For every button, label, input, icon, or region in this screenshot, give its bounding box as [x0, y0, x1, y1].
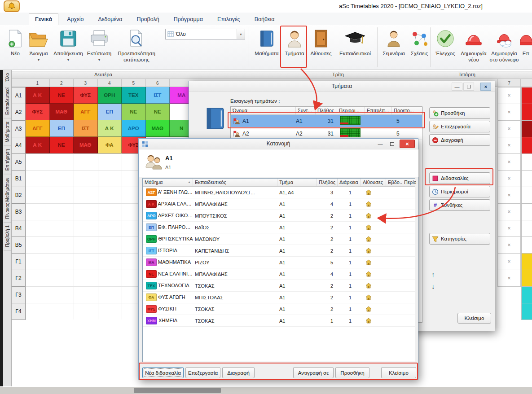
lesson-card[interactable]: ΝΕ — [146, 104, 170, 120]
ribbon-tab-view[interactable]: Προβολή — [131, 14, 165, 25]
classes-dialog-titlebar[interactable]: Τμήματα — × — [189, 81, 495, 92]
lesson-row[interactable]: ΧΗΜ ΧΗΜΕΙΑ ΤΣΟΚΑΣ A1 1 1 — [143, 315, 415, 327]
lesson-row[interactable]: ΤΕΧ ΤΕΧΝΟΛΟΓΙΑ ΤΣΟΚΑΣ A1 2 1 — [143, 280, 415, 292]
lesson-row[interactable]: ΙΣΤ ΙΣΤΟΡΙΑ ΚΑΠΕΤΑΝΙΔΗΣ A1 2 1 — [143, 245, 415, 257]
subjects-button[interactable]: Μαθήματα — [252, 26, 281, 69]
lesson-card[interactable]: ΜΑΘ — [50, 104, 74, 120]
column-header-short[interactable]: Συντ... — [296, 107, 316, 114]
distribution-dialog-titlebar[interactable]: Κατανομή — × — [139, 139, 418, 149]
blocked-period-cell[interactable]: × — [497, 237, 521, 254]
lesson-card[interactable]: Α Κ — [98, 120, 122, 137]
generate-new-button[interactable]: Δημιουργία νέου — [459, 26, 488, 69]
edit-lesson-button[interactable]: Επεξεργασία — [185, 367, 220, 378]
time-constraints-button[interactable]: Περιορισμοί — [429, 186, 490, 197]
blocked-period-cell[interactable]: × — [497, 104, 521, 121]
blocked-period-cell[interactable]: × — [497, 154, 521, 171]
lesson-card[interactable]: ΕΠ — [98, 104, 122, 120]
lesson-row[interactable]: ΑΡΟ ΑΡΧΕΣ ΟΙΚΟΝ... ΜΠΟΥΤΣΙΚΟΣ A1 2 1 — [143, 210, 415, 222]
add-class-button[interactable]: Προσθήκη — [429, 107, 490, 119]
lesson-card[interactable]: ΑΓΓ — [74, 104, 98, 120]
column-header-class[interactable]: Τμήμα — [277, 179, 317, 186]
add-button[interactable]: Προσθήκη — [335, 367, 369, 378]
blocked-period-cell[interactable]: × — [497, 137, 521, 154]
class-row-A1-selected[interactable]: A1 A1 31 5 — [231, 115, 422, 127]
column-header-allowed[interactable]: Επιτρέπ... — [365, 107, 392, 114]
class-row-header[interactable]: Γ1 — [12, 254, 26, 270]
edit-class-button[interactable]: Επεξεργασία — [429, 121, 490, 132]
categories-button[interactable]: Κατηγορίες — [429, 233, 490, 245]
view-selector-dropdown-icon[interactable]: ▾ — [237, 29, 245, 39]
class-row-header[interactable]: Γ4 — [12, 303, 26, 320]
close-button[interactable]: × — [400, 140, 415, 148]
ribbon-tab-options[interactable]: Επιλογές — [211, 14, 246, 25]
blocked-period-cell[interactable]: × — [497, 204, 521, 220]
move-down-button[interactable]: ↓ — [431, 282, 435, 290]
view-side-tab[interactable]: Μαθήματα — [4, 118, 11, 146]
lesson-row[interactable]: ΑΞΓ Α' ΞΕΝΗ ΓΛΩΣΣΑ ΜΠΙΝΗΣ,ΗΛΙΟΠΟΥΛΟΥ,Γ..… — [143, 187, 415, 198]
rooms-button[interactable]: Αίθουσες — [308, 26, 334, 69]
print-preview-button[interactable]: Προεπισκόπηση εκτύπωσης — [114, 26, 159, 69]
new-lesson-button[interactable]: Νέα διδασκαλία — [142, 367, 184, 378]
class-row-header[interactable]: A5 — [12, 154, 26, 171]
save-button[interactable]: Αποθήκευση ▾ — [52, 26, 84, 69]
class-row-header[interactable]: B1 — [12, 171, 26, 187]
lesson-card[interactable]: ΙΣΤ — [146, 87, 170, 104]
lesson-row[interactable]: ΝΕ ΝΕΑ ΕΛΛΗΝΙΚΑ ΜΠΑΛΑΦΙΔΗΣ A1 4 1 — [143, 268, 415, 280]
teachers-button[interactable]: Εκπαιδευτικοί — [335, 26, 375, 69]
lesson-card[interactable]: ΝΕ — [50, 87, 74, 104]
lesson-row[interactable]: Α Κ ΑΡΧΑΙΑ ΕΛΛΗ... ΜΠΑΛΑΦΙΔΗΣ A1 4 1 — [143, 198, 415, 210]
lesson-card[interactable]: ΘΡΗ — [98, 87, 122, 104]
view-side-tab[interactable]: Πίνακας Μαθημάτων — [4, 175, 11, 223]
lesson-row[interactable]: ΦΥΣ ΦΥΣΙΚΗ ΤΣΟΚΑΣ A1 2 1 — [143, 303, 415, 315]
asc-bell-logo-icon[interactable] — [4, 0, 20, 12]
distribution-close-button[interactable]: Κλείσιμο — [381, 367, 416, 378]
lesson-row[interactable]: ΦΑ ΦΥΣ ΑΓΩΓΗ ΜΠΙΣΤΟΛΑΣ A1 2 1 — [143, 292, 415, 303]
column-header-preparation[interactable]: Προετο... — [392, 107, 423, 114]
ribbon-tab-file[interactable]: Αρχείο — [61, 14, 89, 25]
check-button[interactable]: Έλεγχος — [433, 26, 458, 69]
class-row-header[interactable]: A2 — [12, 104, 26, 121]
blocked-period-cell[interactable]: × — [497, 187, 521, 204]
view-selector-combobox[interactable]: Όλο ▾ — [165, 29, 245, 39]
blocked-period-cell[interactable]: × — [497, 270, 521, 287]
lesson-card[interactable]: ΜΑΘ — [146, 120, 170, 137]
lesson-card[interactable]: Α Κ — [26, 87, 50, 104]
conditions-button[interactable]: # Συνθήκες — [429, 199, 490, 211]
column-header-terms[interactable]: Περίο... — [402, 179, 416, 186]
relations-button[interactable]: Σχέσεις — [409, 26, 430, 69]
maximize-button[interactable] — [387, 140, 397, 148]
blocked-period-cell[interactable]: × — [497, 171, 521, 187]
close-button[interactable]: × — [480, 83, 491, 91]
column-header-count[interactable]: Πλήθος — [317, 179, 338, 186]
blocked-period-cell[interactable]: × — [497, 220, 521, 237]
column-header-duration[interactable]: Διάρκεια — [338, 179, 361, 186]
move-up-button[interactable]: ↑ — [431, 271, 435, 278]
lesson-card[interactable]: ΦΥΣ — [74, 87, 98, 104]
column-header-rooms[interactable]: Αίθουσες — [361, 179, 386, 186]
class-row-header[interactable]: Γ3 — [12, 287, 26, 303]
lesson-card[interactable]: ΦΑ — [98, 137, 122, 153]
lesson-card[interactable]: ΑΡΟ — [122, 120, 146, 137]
class-row-header[interactable]: A1 — [12, 88, 26, 104]
blocked-period-cell[interactable]: × — [497, 254, 521, 270]
lesson-card[interactable]: ΑΓΓ — [26, 120, 50, 137]
classes-button[interactable]: Τμήματα — [283, 26, 306, 69]
delete-lesson-button[interactable]: Διαγραφή — [222, 367, 255, 378]
view-side-tab[interactable]: Προβολή 1 — [4, 222, 11, 251]
column-header-subject[interactable]: Μάθημα — [143, 179, 193, 186]
lesson-card[interactable]: ΕΠ — [50, 120, 74, 137]
minimize-button[interactable]: — — [375, 140, 386, 148]
view-side-tab[interactable]: Όλο — [4, 70, 11, 84]
column-header-count[interactable]: Πλήθος — [316, 107, 337, 114]
lessons-button[interactable]: Διδασκαλίες — [429, 172, 490, 184]
lesson-row[interactable]: ΘΡΗ ΘΡΗΣΚΕΥΤΙΚΑ ΜΑΣΩΝΟΥ A1 2 1 — [143, 233, 415, 245]
delete-class-button[interactable]: Διαγραφή — [429, 134, 490, 146]
lesson-card[interactable]: ΤΕΧ — [122, 87, 146, 104]
clipped-toolbar-button[interactable]: Επ — [520, 26, 532, 69]
column-header-weeks[interactable]: Εβδο... — [386, 179, 402, 186]
lesson-row[interactable]: ΕΠ ΕΦ. ΠΛΗΡΟΦ... ΒΑΪΟΣ A1 2 1 — [143, 222, 415, 233]
lesson-row[interactable]: ΜΑ ΜΑΘΗΜΑΤΙΚΑ ΡΙΖΟΥ A1 5 1 — [143, 257, 415, 268]
horizontal-scrollbar-thumb[interactable] — [134, 388, 221, 393]
open-button[interactable]: Άνοιγμα ▾ — [26, 26, 51, 69]
copy-to-button[interactable]: Αντιγραφή σε — [293, 367, 334, 378]
